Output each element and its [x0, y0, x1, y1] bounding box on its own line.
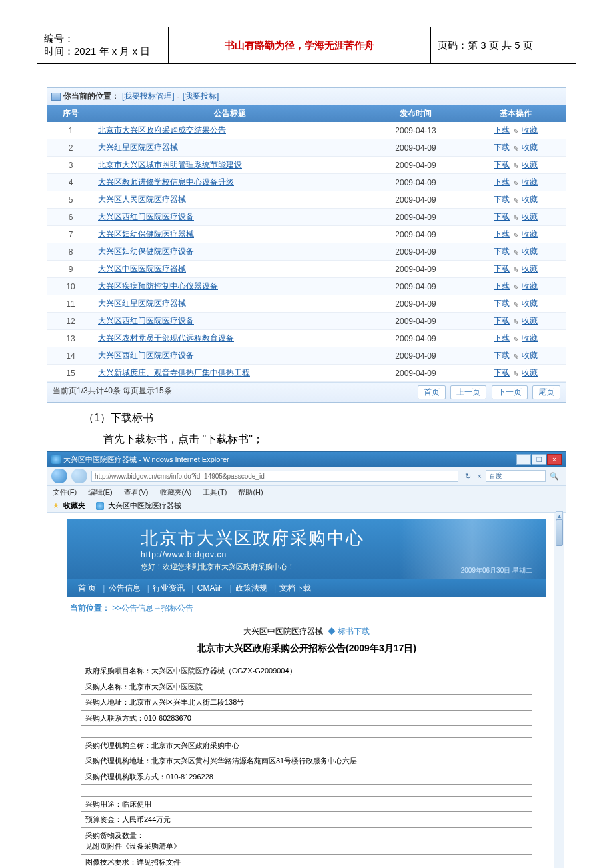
favorite-link[interactable]: 收藏 [522, 368, 538, 377]
download-link[interactable]: 下载 [494, 333, 510, 343]
favorite-link[interactable]: 收藏 [522, 212, 538, 221]
nav-policy[interactable]: 政策法规 [235, 583, 267, 593]
scrollbar[interactable]: ▲ ▼ [554, 513, 564, 868]
menu-edit[interactable]: 编辑(E) [88, 488, 113, 496]
favorite-link[interactable]: 收藏 [522, 333, 538, 343]
url-input[interactable]: http://www.bidgov.cn/cms/info.do?id=1490… [91, 471, 458, 482]
minimize-button[interactable]: _ [516, 454, 531, 465]
edit-icon[interactable] [512, 300, 520, 308]
forward-button[interactable] [71, 469, 87, 483]
favorite-link[interactable]: 收藏 [522, 247, 538, 256]
breadcrumb-link-2[interactable]: [我要投标] [183, 91, 219, 102]
scroll-thumb[interactable] [556, 519, 563, 546]
table-row: 1北京市大兴区政府采购成交结果公告2009-04-13下载收藏 [47, 122, 566, 139]
row-title-link[interactable]: 北京市大兴区政府采购成交结果公告 [94, 125, 366, 136]
edit-icon[interactable] [512, 317, 520, 325]
row-title-link[interactable]: 大兴区红星医院医疗器械 [94, 298, 366, 309]
favorite-link[interactable]: 收藏 [522, 281, 538, 291]
edit-icon[interactable] [512, 248, 520, 256]
download-link[interactable]: 下载 [494, 195, 510, 204]
download-link[interactable]: 下载 [494, 229, 510, 239]
download-link[interactable]: 下载 [494, 299, 510, 308]
row-title-link[interactable]: 大兴新城庞庄、观音寺供热厂集中供热工程 [94, 367, 366, 379]
edit-icon[interactable] [512, 283, 520, 291]
maximize-button[interactable]: ❐ [532, 454, 546, 465]
favorite-link[interactable]: 收藏 [522, 160, 538, 169]
row-title-link[interactable]: 大兴区农村党员干部现代远程教育设备 [94, 333, 366, 344]
edit-icon[interactable] [512, 369, 520, 377]
nav-info[interactable]: 公告信息 [109, 583, 141, 593]
download-link[interactable]: 下载 [494, 212, 510, 221]
row-title-link[interactable]: 大兴红星医院医疗器械 [94, 142, 366, 153]
row-title-link[interactable]: 大兴区教师进修学校信息中心设备升级 [94, 177, 366, 188]
edit-icon[interactable] [512, 179, 520, 187]
page-header-box: 编号： 时间：2021 年 x 月 x 日 书山有路勤为径，学海无涯苦作舟 页码… [37, 27, 576, 64]
pager-first[interactable]: 首页 [418, 385, 446, 399]
row-title-link[interactable]: 大兴区西红门医院医疗设备 [94, 211, 366, 223]
download-link[interactable]: 下载 [494, 247, 510, 256]
menu-file[interactable]: 文件(F) [53, 488, 77, 496]
download-link[interactable]: 下载 [494, 143, 510, 152]
download-link[interactable]: 下载 [494, 125, 510, 135]
favorite-link[interactable]: 收藏 [522, 195, 538, 204]
nav-download[interactable]: 文档下载 [279, 583, 311, 593]
nav-home[interactable]: 首 页 [78, 583, 96, 593]
edit-icon[interactable] [512, 231, 520, 239]
favorite-link[interactable]: 收藏 [522, 177, 538, 187]
edit-icon[interactable] [512, 335, 520, 343]
favorite-link[interactable]: 收藏 [522, 264, 538, 273]
favorite-link[interactable]: 收藏 [522, 351, 538, 360]
download-link[interactable]: 下载 [494, 281, 510, 291]
close-button[interactable]: × [547, 454, 562, 465]
ie-titlebar: 大兴区中医院医疗器械 - Windows Internet Explorer _… [47, 452, 566, 467]
edit-icon[interactable] [512, 196, 520, 204]
favorite-link[interactable]: 收藏 [522, 316, 538, 325]
row-title-link[interactable]: 大兴区人民医院医疗器械 [94, 194, 366, 205]
download-link[interactable]: 下载 [494, 177, 510, 187]
row-title-link[interactable]: 大兴区妇幼保健院医疗设备 [94, 246, 366, 257]
row-title-link[interactable]: 大兴区西红门医院医疗设备 [94, 350, 366, 361]
row-title-link[interactable]: 大兴区疾病预防控制中心仪器设备 [94, 281, 366, 292]
pager-prev[interactable]: 上一页 [450, 385, 486, 399]
refresh-icon[interactable]: ↻ [462, 471, 474, 481]
site-crumb-path[interactable]: >>公告信息→招标公告 [112, 603, 193, 613]
download-link[interactable]: 下载 [494, 160, 510, 169]
pager-next[interactable]: 下一页 [492, 385, 528, 399]
menu-tool[interactable]: 工具(T) [203, 488, 227, 496]
download-link[interactable]: 下载 [494, 316, 510, 325]
menu-help[interactable]: 帮助(H) [238, 488, 263, 496]
favorite-link[interactable]: 收藏 [522, 143, 538, 152]
edit-icon[interactable] [512, 161, 520, 169]
download-bid-link[interactable]: 标书下载 [338, 627, 370, 636]
download-link[interactable]: 下载 [494, 264, 510, 273]
header-page: 页码：第 3 页 共 5 页 [431, 27, 576, 64]
pager-last[interactable]: 尾页 [532, 385, 560, 399]
download-link[interactable]: 下载 [494, 368, 510, 377]
download-link[interactable]: 下载 [494, 351, 510, 360]
nav-cma[interactable]: CMA证 [197, 583, 223, 593]
favorite-link[interactable]: 收藏 [522, 299, 538, 308]
menu-view[interactable]: 查看(V) [124, 488, 149, 496]
edit-icon[interactable] [512, 213, 520, 221]
fav-tab-title[interactable]: 大兴区中医院医疗器械 [108, 501, 181, 511]
row-title-link[interactable]: 大兴区西红门医院医疗设备 [94, 315, 366, 327]
stop-icon[interactable]: × [475, 471, 484, 481]
row-title-link[interactable]: 北京市大兴区城市照明管理系统节能建设 [94, 159, 366, 171]
menu-fav[interactable]: 收藏夹(A) [160, 488, 192, 496]
row-title-link[interactable]: 大兴区妇幼保健院医疗器械 [94, 229, 366, 240]
star-icon[interactable]: ★ [53, 501, 59, 510]
search-input[interactable]: 百度 [486, 470, 546, 482]
favorite-link[interactable]: 收藏 [522, 229, 538, 239]
favorite-link[interactable]: 收藏 [522, 125, 538, 135]
search-go-icon[interactable]: 🔍 [547, 471, 562, 481]
back-button[interactable] [51, 469, 67, 483]
edit-icon[interactable] [512, 127, 520, 135]
row-title-link[interactable]: 大兴区中医医院医疗器械 [94, 263, 366, 275]
edit-icon[interactable] [512, 144, 520, 152]
edit-icon[interactable] [512, 265, 520, 273]
breadcrumb-prefix: 你当前的位置： [63, 91, 119, 102]
edit-icon[interactable] [512, 352, 520, 360]
nav-qual[interactable]: 行业资讯 [153, 583, 185, 593]
breadcrumb-link-1[interactable]: [我要投标管理] [122, 91, 175, 102]
step1-label: （1）下载标书 [83, 409, 556, 427]
